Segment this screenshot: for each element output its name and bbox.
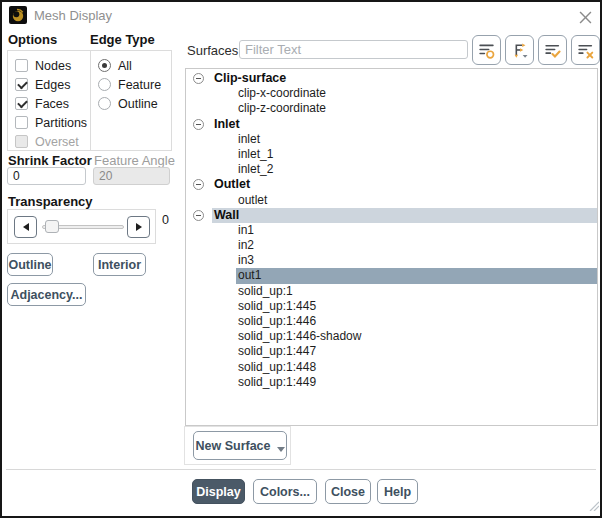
edge-type-heading: Edge Type — [90, 32, 155, 47]
surface-label: outlet — [236, 193, 597, 208]
surfaces-filter-input[interactable] — [239, 40, 468, 59]
surface-item-solid_up:1:446-shadow[interactable]: solid_up:1:446-shadow — [186, 329, 597, 344]
radio-feature[interactable]: Feature — [91, 75, 171, 94]
close-icon[interactable] — [576, 8, 594, 26]
radio-icon[interactable] — [98, 78, 111, 91]
highlight-filtered-icon — [478, 42, 495, 59]
outline-button[interactable]: Outline — [7, 253, 53, 276]
transparency-value: 0 — [162, 213, 169, 227]
surface-label: clip-z-coordinate — [236, 101, 597, 116]
deselect-all-button[interactable] — [571, 35, 600, 65]
collapse-icon[interactable] — [193, 119, 204, 130]
feature-angle-label: Feature Angle — [94, 153, 175, 168]
arrow-left-icon — [23, 223, 29, 231]
radio-icon[interactable] — [98, 59, 111, 72]
close-dialog-button[interactable]: Close — [325, 479, 371, 504]
surface-item-solid_up:1:447[interactable]: solid_up:1:447 — [186, 344, 597, 359]
resize-grip-icon[interactable] — [587, 497, 599, 515]
adjacency-button[interactable]: Adjacency... — [7, 283, 86, 306]
surface-label: solid_up:1:448 — [236, 360, 597, 375]
deselect-all-icon — [577, 42, 594, 59]
slider-decrement-button[interactable] — [14, 216, 37, 238]
edge-type-group: All Feature Outline — [90, 50, 172, 151]
surface-label: solid_up:1 — [236, 284, 597, 299]
surface-label: out1 — [236, 268, 597, 283]
new-surface-button[interactable]: New Surface — [193, 431, 287, 460]
surface-label: solid_up:1:446 — [236, 314, 597, 329]
surface-label: solid_up:1:445 — [236, 299, 597, 314]
surface-label: in2 — [236, 238, 597, 253]
checkbox-icon[interactable] — [15, 97, 28, 110]
surface-label: solid_up:1:446-shadow — [236, 329, 597, 344]
surface-item-out1[interactable]: out1 — [186, 268, 597, 283]
transparency-heading: Transparency — [8, 194, 93, 209]
checkbox-icon — [15, 135, 28, 148]
display-button[interactable]: Display — [192, 479, 245, 504]
fluent-logo-icon — [9, 6, 27, 24]
surface-label: inlet_2 — [236, 162, 597, 177]
surface-label: solid_up:1:449 — [236, 375, 597, 390]
mesh-display-dialog: Mesh Display Options Nodes Edges Faces P… — [0, 0, 602, 518]
collapse-icon[interactable] — [193, 73, 204, 84]
surfaces-tree[interactable]: Clip-surfaceclip-x-coordinateclip-z-coor… — [185, 68, 598, 426]
select-all-icon — [544, 42, 561, 59]
select-all-button[interactable] — [538, 35, 567, 65]
surface-group-Wall[interactable]: Wall — [186, 208, 597, 223]
radio-icon[interactable] — [98, 97, 111, 110]
checkbox-icon[interactable] — [15, 116, 28, 129]
collapse-icon[interactable] — [193, 179, 204, 190]
collapse-icon[interactable] — [193, 210, 204, 221]
new-surface-label: New Surface — [195, 439, 270, 453]
surface-item-in2[interactable]: in2 — [186, 238, 597, 253]
surface-label: Outlet — [212, 177, 597, 192]
surface-item-solid_up:1:449[interactable]: solid_up:1:449 — [186, 375, 597, 390]
separator — [6, 469, 596, 470]
surface-item-in3[interactable]: in3 — [186, 253, 597, 268]
surface-label: solid_up:1:447 — [236, 344, 597, 359]
shrink-factor-input[interactable] — [7, 167, 86, 185]
radio-all[interactable]: All — [91, 56, 171, 75]
surface-item-solid_up:1:445[interactable]: solid_up:1:445 — [186, 299, 597, 314]
surface-item-solid_up:1[interactable]: solid_up:1 — [186, 284, 597, 299]
checkbox-icon[interactable] — [15, 59, 28, 72]
surface-label: clip-x-coordinate — [236, 86, 597, 101]
feature-angle-input — [93, 167, 170, 185]
group-sort-icon — [511, 42, 528, 59]
surface-item-in1[interactable]: in1 — [186, 223, 597, 238]
interior-button[interactable]: Interior — [93, 253, 146, 276]
surface-item-clip-z-coordinate[interactable]: clip-z-coordinate — [186, 101, 597, 116]
colors-button[interactable]: Colors... — [253, 479, 317, 504]
options-heading: Options — [8, 32, 57, 47]
surface-item-solid_up:1:448[interactable]: solid_up:1:448 — [186, 360, 597, 375]
highlight-filtered-button[interactable] — [472, 35, 501, 65]
surface-group-Inlet[interactable]: Inlet — [186, 117, 597, 132]
surface-label: Clip-surface — [212, 71, 597, 86]
arrow-right-icon — [136, 223, 142, 231]
surface-label: Wall — [212, 208, 597, 223]
surface-item-inlet[interactable]: inlet — [186, 132, 597, 147]
help-button[interactable]: Help — [377, 479, 418, 504]
transparency-slider — [7, 209, 156, 244]
surface-label: in3 — [236, 253, 597, 268]
surface-group-Clip-surface[interactable]: Clip-surface — [186, 71, 597, 86]
surface-label: in1 — [236, 223, 597, 238]
surface-item-solid_up:1:446[interactable]: solid_up:1:446 — [186, 314, 597, 329]
checkbox-icon[interactable] — [15, 78, 28, 91]
surface-item-outlet[interactable]: outlet — [186, 193, 597, 208]
surface-item-clip-x-coordinate[interactable]: clip-x-coordinate — [186, 86, 597, 101]
surfaces-label: Surfaces — [187, 43, 238, 58]
transparency-slider-handle[interactable] — [45, 220, 59, 233]
radio-outline[interactable]: Outline — [91, 94, 171, 113]
surface-item-inlet_2[interactable]: inlet_2 — [186, 162, 597, 177]
shrink-factor-label: Shrink Factor — [8, 153, 92, 168]
surface-item-inlet_1[interactable]: inlet_1 — [186, 147, 597, 162]
surface-group-Outlet[interactable]: Outlet — [186, 177, 597, 192]
surface-label: inlet — [236, 132, 597, 147]
window-title: Mesh Display — [34, 2, 112, 30]
group-sort-button[interactable] — [505, 35, 534, 65]
surface-label: Inlet — [212, 117, 597, 132]
surface-label: inlet_1 — [236, 147, 597, 162]
slider-increment-button[interactable] — [127, 216, 150, 238]
chevron-down-icon — [277, 447, 285, 452]
title-bar[interactable]: Mesh Display — [2, 2, 600, 30]
